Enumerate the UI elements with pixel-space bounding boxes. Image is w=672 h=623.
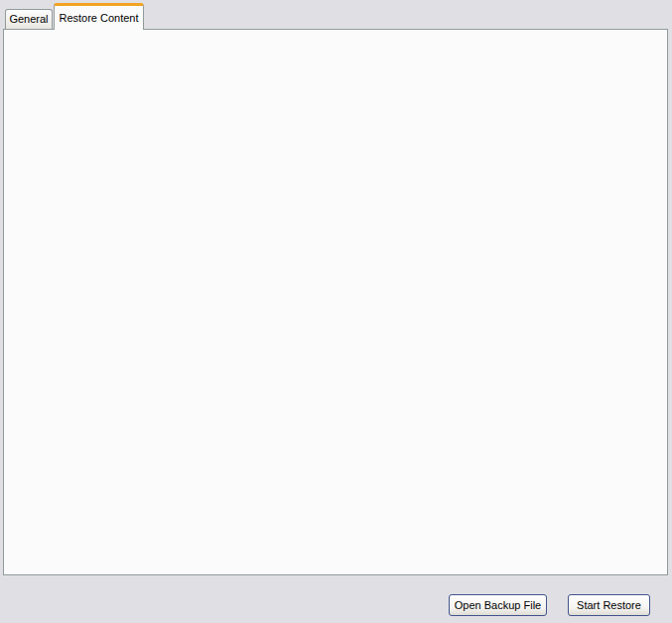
restore-content-page xyxy=(3,29,668,575)
tab-restore-content-label: Restore Content xyxy=(59,12,138,24)
tab-general-label: General xyxy=(9,13,48,25)
tab-restore-content[interactable]: Restore Content xyxy=(54,3,144,30)
tab-general[interactable]: General xyxy=(5,9,53,29)
open-backup-file-button[interactable]: Open Backup File xyxy=(449,594,547,616)
start-restore-button[interactable]: Start Restore xyxy=(568,594,650,616)
